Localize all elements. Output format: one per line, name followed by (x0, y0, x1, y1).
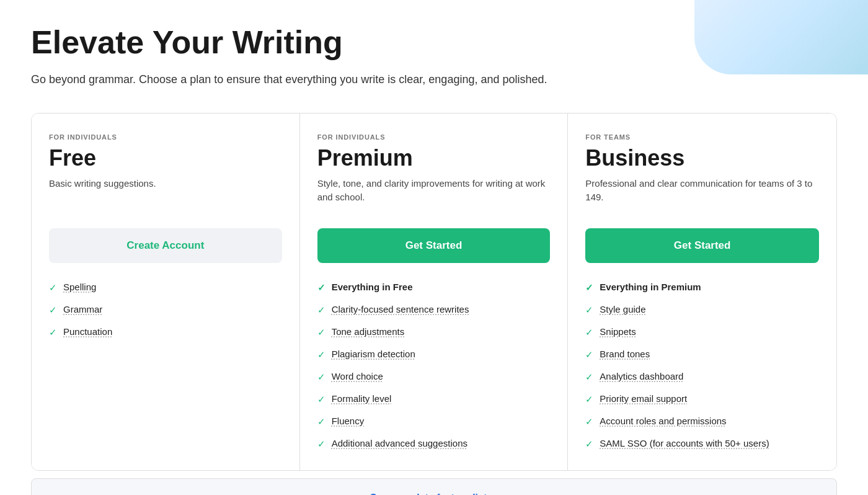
list-item: ✓ Tone adjustments (317, 325, 551, 339)
plans-container: FOR INDIVIDUALS Free Basic writing sugge… (31, 113, 837, 471)
check-icon: ✓ (585, 393, 593, 406)
list-item: ✓ Spelling (49, 280, 282, 294)
list-item: ✓ Priority email support (585, 392, 819, 406)
list-item: ✓ Fluency (317, 414, 551, 428)
page-title: Elevate Your Writing (31, 25, 837, 60)
feature-text: Fluency (332, 414, 365, 427)
check-icon: ✓ (317, 303, 326, 316)
check-icon: ✓ (49, 281, 57, 294)
list-item: ✓ Everything in Free (317, 280, 551, 294)
free-plan-description: Basic writing suggestions. (49, 177, 282, 211)
feature-text: Formality level (332, 392, 392, 405)
feature-text: Plagiarism detection (332, 347, 415, 360)
list-item: ✓ Formality level (317, 392, 551, 406)
create-account-button[interactable]: Create Account (49, 228, 282, 263)
free-tier-label: FOR INDIVIDUALS (49, 133, 282, 141)
feature-text: Brand tones (600, 347, 650, 360)
feature-text: Grammar (63, 303, 102, 316)
list-item: ✓ Style guide (585, 303, 819, 316)
check-icon: ✓ (585, 281, 593, 294)
check-icon: ✓ (585, 348, 593, 361)
feature-text: Priority email support (600, 392, 687, 405)
list-item: ✓ Clarity-focused sentence rewrites (317, 303, 551, 316)
premium-plan-name: Premium (317, 146, 551, 171)
feature-text: Account roles and permissions (600, 414, 726, 427)
check-icon: ✓ (317, 281, 326, 294)
business-get-started-button[interactable]: Get Started (585, 228, 819, 263)
check-icon: ✓ (317, 348, 326, 361)
list-item: ✓ Account roles and permissions (585, 414, 819, 428)
feature-text: Analytics dashboard (600, 370, 683, 383)
business-tier-label: FOR TEAMS (585, 133, 819, 141)
check-icon: ✓ (585, 326, 593, 339)
business-feature-list: ✓ Everything in Premium ✓ Style guide ✓ … (585, 280, 819, 450)
plan-free: FOR INDIVIDUALS Free Basic writing sugge… (32, 114, 300, 470)
plan-premium: FOR INDIVIDUALS Premium Style, tone, and… (300, 114, 569, 470)
feature-text: Clarity-focused sentence rewrites (332, 303, 469, 316)
list-item: ✓ Brand tones (585, 347, 819, 361)
check-icon: ✓ (49, 303, 57, 316)
check-icon: ✓ (317, 370, 326, 383)
feature-text: Word choice (332, 370, 383, 383)
page-subheading: Go beyond grammar. Choose a plan to ensu… (31, 71, 837, 88)
free-feature-list: ✓ Spelling ✓ Grammar ✓ Punctuation (49, 280, 282, 339)
check-icon: ✓ (585, 415, 593, 428)
feature-text: Punctuation (63, 325, 112, 338)
list-item: ✓ Analytics dashboard (585, 370, 819, 383)
business-plan-name: Business (585, 146, 819, 171)
feature-text: Snippets (600, 325, 636, 338)
check-icon: ✓ (49, 326, 57, 339)
plan-business: FOR TEAMS Business Professional and clea… (568, 114, 836, 470)
feature-text: Spelling (63, 280, 96, 293)
page-header: Elevate Your Writing Go beyond grammar. … (31, 25, 837, 88)
free-plan-name: Free (49, 146, 282, 171)
feature-text: Style guide (600, 303, 645, 316)
check-icon: ✓ (317, 415, 326, 428)
check-icon: ✓ (585, 370, 593, 383)
check-icon: ✓ (585, 303, 593, 316)
list-item: ✓ SAML SSO (for accounts with 50+ users) (585, 437, 819, 450)
list-item: ✓ Additional advanced suggestions (317, 437, 551, 450)
premium-plan-description: Style, tone, and clarity improvements fo… (317, 177, 551, 211)
check-icon: ✓ (317, 393, 326, 406)
premium-get-started-button[interactable]: Get Started (317, 228, 551, 263)
feature-text: Additional advanced suggestions (332, 437, 467, 450)
business-plan-description: Professional and clear communication for… (585, 177, 819, 211)
check-icon: ✓ (317, 437, 326, 450)
feature-text: SAML SSO (for accounts with 50+ users) (600, 437, 769, 450)
feature-text: Tone adjustments (332, 325, 405, 338)
see-features-link[interactable]: See complete feature list ∨ (370, 493, 498, 495)
premium-tier-label: FOR INDIVIDUALS (317, 133, 551, 141)
list-item: ✓ Punctuation (49, 325, 282, 339)
see-features-bar[interactable]: See complete feature list ∨ (31, 478, 837, 495)
list-item: ✓ Snippets (585, 325, 819, 339)
feature-text: Everything in Free (332, 280, 413, 293)
list-item: ✓ Plagiarism detection (317, 347, 551, 361)
feature-text: Everything in Premium (600, 280, 701, 293)
see-features-label: See complete feature list (370, 493, 487, 495)
list-item: ✓ Word choice (317, 370, 551, 383)
premium-feature-list: ✓ Everything in Free ✓ Clarity-focused s… (317, 280, 551, 450)
list-item: ✓ Grammar (49, 303, 282, 316)
check-icon: ✓ (317, 326, 326, 339)
list-item: ✓ Everything in Premium (585, 280, 819, 294)
check-icon: ✓ (585, 437, 593, 450)
